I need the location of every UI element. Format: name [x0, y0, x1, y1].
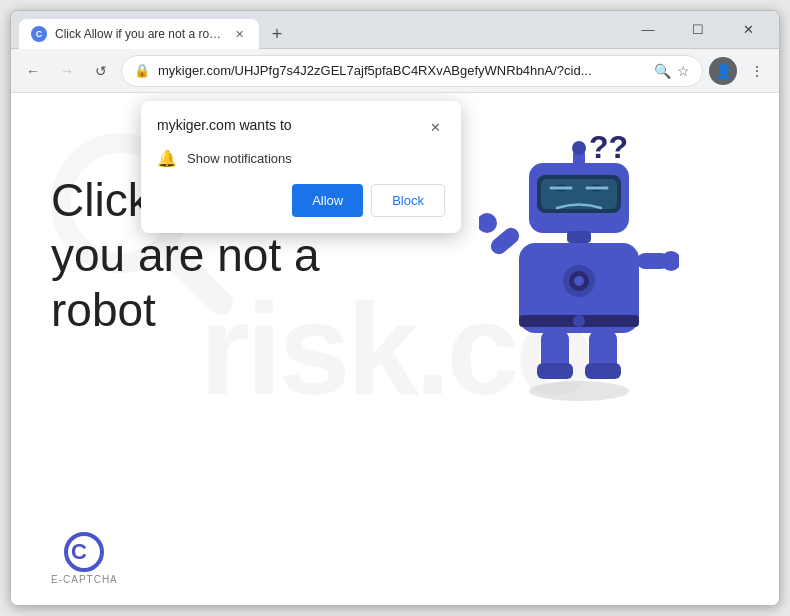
tab-strip: C Click Allow if you are not a robot ✕ +	[19, 11, 625, 48]
address-right-icons: 🔍 ☆	[654, 63, 690, 79]
svg-point-19	[479, 213, 497, 233]
profile-button[interactable]: 👤	[709, 57, 737, 85]
svg-point-15	[574, 276, 584, 286]
svg-text:??: ??	[589, 129, 628, 165]
notification-popup: mykiger.com wants to ✕ 🔔 Show notificati…	[141, 101, 461, 233]
svg-text:C: C	[71, 539, 87, 564]
popup-header: mykiger.com wants to ✕	[157, 117, 445, 137]
svg-rect-23	[537, 363, 573, 379]
svg-point-17	[573, 315, 585, 327]
close-button[interactable]: ✕	[725, 15, 771, 45]
tab-favicon: C	[31, 26, 47, 42]
lock-icon: 🔒	[134, 63, 150, 78]
navigation-bar: ← → ↺ 🔒 mykiger.com/UHJPfg7s4J2zGEL7ajf5…	[11, 49, 779, 93]
minimize-button[interactable]: —	[625, 15, 671, 45]
active-tab[interactable]: C Click Allow if you are not a robot ✕	[19, 19, 259, 49]
address-bar[interactable]: 🔒 mykiger.com/UHJPfg7s4J2zGEL7ajf5pfaBC4…	[121, 55, 703, 87]
back-button[interactable]: ←	[19, 57, 47, 85]
svg-point-10	[572, 141, 586, 155]
url-text: mykiger.com/UHJPfg7s4J2zGEL7ajf5pfaBC4RX…	[158, 63, 646, 78]
popup-notification-row: 🔔 Show notifications	[157, 149, 445, 168]
ecaptcha-label: E-CAPTCHA	[51, 574, 118, 585]
title-bar: C Click Allow if you are not a robot ✕ +…	[11, 11, 779, 49]
block-button[interactable]: Block	[371, 184, 445, 217]
browser-window: C Click Allow if you are not a robot ✕ +…	[10, 10, 780, 606]
bookmark-icon[interactable]: ☆	[677, 63, 690, 79]
popup-title: mykiger.com wants to	[157, 117, 292, 133]
search-icon[interactable]: 🔍	[654, 63, 671, 79]
popup-buttons: Allow Block	[157, 184, 445, 217]
new-tab-button[interactable]: +	[263, 20, 291, 48]
main-text-line3: robot	[51, 283, 320, 338]
profile-icon: 👤	[715, 63, 732, 79]
page-content: risk.co Click Allow if you are not a rob…	[11, 93, 779, 605]
main-text-line2: you are not a	[51, 228, 320, 283]
svg-rect-25	[585, 363, 621, 379]
ecaptcha-logo: C E-CAPTCHA	[51, 532, 118, 585]
ecaptcha-icon: C	[64, 532, 104, 572]
svg-rect-11	[567, 231, 591, 243]
window-controls: — ☐ ✕	[625, 15, 771, 45]
allow-button[interactable]: Allow	[292, 184, 363, 217]
robot-svg: ??	[479, 113, 679, 403]
maximize-button[interactable]: ☐	[675, 15, 721, 45]
forward-button: →	[53, 57, 81, 85]
tab-title: Click Allow if you are not a robot	[55, 27, 223, 41]
menu-button[interactable]: ⋮	[743, 57, 771, 85]
refresh-button[interactable]: ↺	[87, 57, 115, 85]
popup-close-button[interactable]: ✕	[425, 117, 445, 137]
tab-close-button[interactable]: ✕	[231, 26, 247, 42]
bell-icon: 🔔	[157, 149, 177, 168]
robot-illustration: ??	[479, 113, 739, 433]
svg-point-2	[529, 381, 629, 401]
notification-label: Show notifications	[187, 151, 292, 166]
